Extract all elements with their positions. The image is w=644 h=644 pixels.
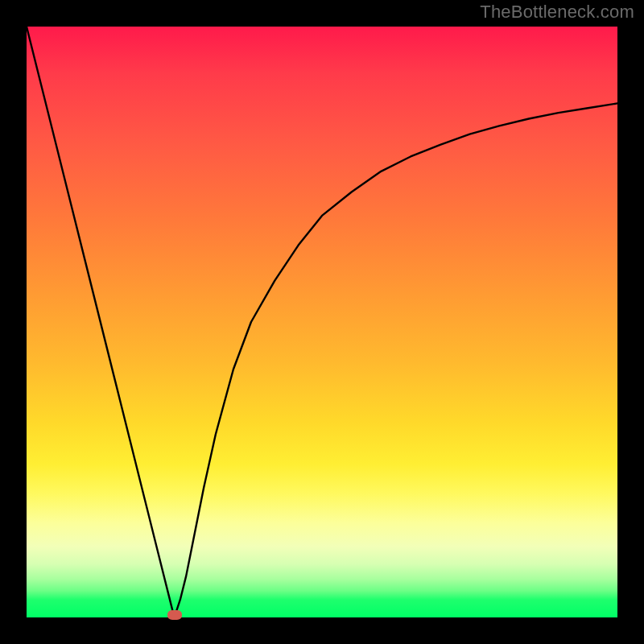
optimum-marker — [167, 610, 182, 620]
plot-area — [27, 27, 617, 617]
bottleneck-curve — [27, 27, 617, 617]
watermark-text: TheBottleneck.com — [480, 2, 634, 23]
chart-frame: TheBottleneck.com — [0, 0, 644, 644]
curve-path — [27, 27, 617, 617]
